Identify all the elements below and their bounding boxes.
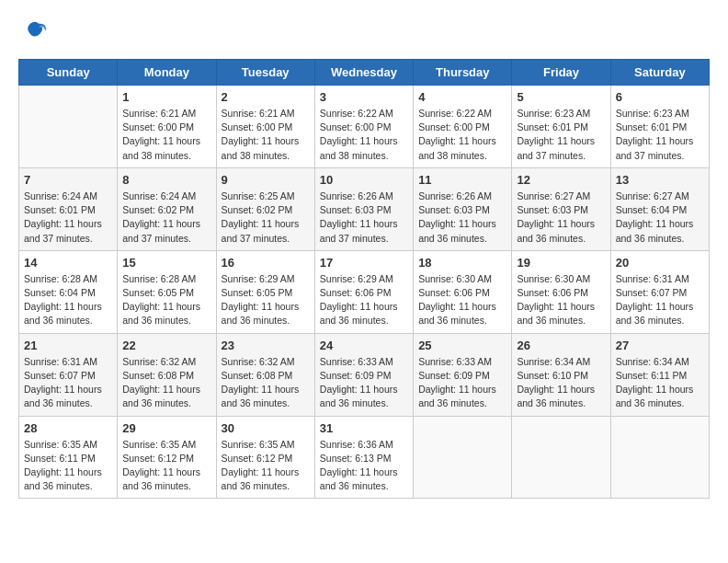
day-cell: 29Sunrise: 6:35 AM Sunset: 6:12 PM Dayli… (118, 416, 216, 499)
day-number: 30 (222, 421, 310, 435)
day-cell: 27Sunrise: 6:34 AM Sunset: 6:11 PM Dayli… (610, 333, 709, 416)
day-number: 29 (122, 421, 210, 435)
day-cell: 9Sunrise: 6:25 AM Sunset: 6:02 PM Daylig… (216, 167, 314, 250)
day-info: Sunrise: 6:25 AM Sunset: 6:02 PM Dayligh… (222, 190, 310, 246)
calendar-table: SundayMondayTuesdayWednesdayThursdayFrid… (18, 59, 710, 499)
day-cell (512, 416, 610, 499)
day-cell: 10Sunrise: 6:26 AM Sunset: 6:03 PM Dayli… (314, 167, 413, 250)
day-info: Sunrise: 6:27 AM Sunset: 6:04 PM Dayligh… (616, 190, 704, 246)
day-cell: 24Sunrise: 6:33 AM Sunset: 6:09 PM Dayli… (314, 333, 413, 416)
day-cell: 7Sunrise: 6:24 AM Sunset: 6:01 PM Daylig… (19, 167, 118, 250)
day-cell (610, 416, 709, 499)
day-number: 4 (418, 90, 506, 104)
day-cell: 8Sunrise: 6:24 AM Sunset: 6:02 PM Daylig… (118, 167, 216, 250)
day-info: Sunrise: 6:27 AM Sunset: 6:03 PM Dayligh… (517, 190, 605, 246)
day-number: 1 (122, 90, 210, 104)
day-cell: 25Sunrise: 6:33 AM Sunset: 6:09 PM Dayli… (414, 333, 512, 416)
day-cell: 21Sunrise: 6:31 AM Sunset: 6:07 PM Dayli… (19, 333, 118, 416)
day-info: Sunrise: 6:33 AM Sunset: 6:09 PM Dayligh… (418, 355, 506, 411)
day-number: 17 (320, 256, 408, 270)
day-info: Sunrise: 6:36 AM Sunset: 6:13 PM Dayligh… (320, 438, 408, 494)
day-number: 22 (122, 339, 210, 352)
day-cell: 16Sunrise: 6:29 AM Sunset: 6:05 PM Dayli… (216, 250, 314, 333)
day-number: 25 (418, 339, 506, 352)
week-row-4: 21Sunrise: 6:31 AM Sunset: 6:07 PM Dayli… (19, 333, 710, 416)
day-cell: 4Sunrise: 6:22 AM Sunset: 6:00 PM Daylig… (414, 86, 512, 168)
day-number: 6 (616, 90, 704, 104)
day-cell: 28Sunrise: 6:35 AM Sunset: 6:11 PM Dayli… (19, 416, 118, 499)
day-number: 14 (24, 256, 112, 270)
day-number: 31 (320, 421, 408, 435)
day-info: Sunrise: 6:28 AM Sunset: 6:05 PM Dayligh… (122, 272, 210, 328)
day-cell: 31Sunrise: 6:36 AM Sunset: 6:13 PM Dayli… (314, 416, 413, 499)
day-info: Sunrise: 6:35 AM Sunset: 6:12 PM Dayligh… (222, 438, 310, 494)
day-cell: 11Sunrise: 6:26 AM Sunset: 6:03 PM Dayli… (414, 167, 512, 250)
day-cell: 1Sunrise: 6:21 AM Sunset: 6:00 PM Daylig… (118, 86, 216, 168)
day-info: Sunrise: 6:34 AM Sunset: 6:10 PM Dayligh… (517, 355, 605, 411)
week-row-2: 7Sunrise: 6:24 AM Sunset: 6:01 PM Daylig… (19, 167, 710, 250)
day-number: 10 (320, 173, 408, 187)
day-cell: 14Sunrise: 6:28 AM Sunset: 6:04 PM Dayli… (19, 250, 118, 333)
day-cell: 5Sunrise: 6:23 AM Sunset: 6:01 PM Daylig… (512, 86, 610, 168)
day-cell: 26Sunrise: 6:34 AM Sunset: 6:10 PM Dayli… (512, 333, 610, 416)
logo (18, 18, 48, 44)
day-info: Sunrise: 6:30 AM Sunset: 6:06 PM Dayligh… (517, 272, 605, 328)
day-number: 5 (517, 90, 605, 104)
day-number: 26 (517, 339, 605, 352)
day-number: 24 (320, 339, 408, 352)
day-number: 21 (24, 339, 112, 352)
week-row-5: 28Sunrise: 6:35 AM Sunset: 6:11 PM Dayli… (19, 416, 710, 499)
day-cell: 17Sunrise: 6:29 AM Sunset: 6:06 PM Dayli… (314, 250, 413, 333)
header-day-friday: Friday (512, 60, 610, 86)
day-cell: 20Sunrise: 6:31 AM Sunset: 6:07 PM Dayli… (610, 250, 709, 333)
day-info: Sunrise: 6:34 AM Sunset: 6:11 PM Dayligh… (616, 355, 704, 411)
header-day-wednesday: Wednesday (314, 60, 413, 86)
day-cell (414, 416, 512, 499)
day-cell: 30Sunrise: 6:35 AM Sunset: 6:12 PM Dayli… (216, 416, 314, 499)
page-header (18, 18, 710, 44)
header-day-monday: Monday (118, 60, 216, 86)
week-row-3: 14Sunrise: 6:28 AM Sunset: 6:04 PM Dayli… (19, 250, 710, 333)
header-day-thursday: Thursday (414, 60, 512, 86)
day-number: 9 (222, 173, 310, 187)
day-info: Sunrise: 6:30 AM Sunset: 6:06 PM Dayligh… (418, 272, 506, 328)
logo-bird-icon (22, 18, 48, 44)
day-number: 18 (418, 256, 506, 270)
header-row: SundayMondayTuesdayWednesdayThursdayFrid… (19, 60, 710, 86)
day-cell: 2Sunrise: 6:21 AM Sunset: 6:00 PM Daylig… (216, 86, 314, 168)
day-number: 7 (24, 173, 112, 187)
day-number: 23 (222, 339, 310, 352)
day-number: 15 (122, 256, 210, 270)
day-info: Sunrise: 6:23 AM Sunset: 6:01 PM Dayligh… (616, 107, 704, 163)
day-info: Sunrise: 6:32 AM Sunset: 6:08 PM Dayligh… (122, 355, 210, 411)
day-info: Sunrise: 6:29 AM Sunset: 6:06 PM Dayligh… (320, 272, 408, 328)
day-cell: 22Sunrise: 6:32 AM Sunset: 6:08 PM Dayli… (118, 333, 216, 416)
day-info: Sunrise: 6:26 AM Sunset: 6:03 PM Dayligh… (418, 190, 506, 246)
day-cell (19, 86, 118, 168)
day-info: Sunrise: 6:32 AM Sunset: 6:08 PM Dayligh… (222, 355, 310, 411)
day-number: 19 (517, 256, 605, 270)
day-cell: 18Sunrise: 6:30 AM Sunset: 6:06 PM Dayli… (414, 250, 512, 333)
day-cell: 6Sunrise: 6:23 AM Sunset: 6:01 PM Daylig… (610, 86, 709, 168)
day-cell: 12Sunrise: 6:27 AM Sunset: 6:03 PM Dayli… (512, 167, 610, 250)
header-day-sunday: Sunday (19, 60, 118, 86)
day-info: Sunrise: 6:35 AM Sunset: 6:11 PM Dayligh… (24, 438, 112, 494)
day-info: Sunrise: 6:26 AM Sunset: 6:03 PM Dayligh… (320, 190, 408, 246)
day-number: 8 (122, 173, 210, 187)
day-info: Sunrise: 6:29 AM Sunset: 6:05 PM Dayligh… (222, 272, 310, 328)
calendar-header: SundayMondayTuesdayWednesdayThursdayFrid… (19, 60, 710, 86)
day-number: 3 (320, 90, 408, 104)
day-info: Sunrise: 6:24 AM Sunset: 6:02 PM Dayligh… (122, 190, 210, 246)
day-info: Sunrise: 6:31 AM Sunset: 6:07 PM Dayligh… (24, 355, 112, 411)
day-info: Sunrise: 6:33 AM Sunset: 6:09 PM Dayligh… (320, 355, 408, 411)
calendar-body: 1Sunrise: 6:21 AM Sunset: 6:00 PM Daylig… (19, 86, 710, 499)
day-cell: 15Sunrise: 6:28 AM Sunset: 6:05 PM Dayli… (118, 250, 216, 333)
header-day-tuesday: Tuesday (216, 60, 314, 86)
day-number: 11 (418, 173, 506, 187)
day-number: 12 (517, 173, 605, 187)
day-cell: 3Sunrise: 6:22 AM Sunset: 6:00 PM Daylig… (314, 86, 413, 168)
day-info: Sunrise: 6:31 AM Sunset: 6:07 PM Dayligh… (616, 272, 704, 328)
day-number: 2 (222, 90, 310, 104)
day-info: Sunrise: 6:35 AM Sunset: 6:12 PM Dayligh… (122, 438, 210, 494)
week-row-1: 1Sunrise: 6:21 AM Sunset: 6:00 PM Daylig… (19, 86, 710, 168)
